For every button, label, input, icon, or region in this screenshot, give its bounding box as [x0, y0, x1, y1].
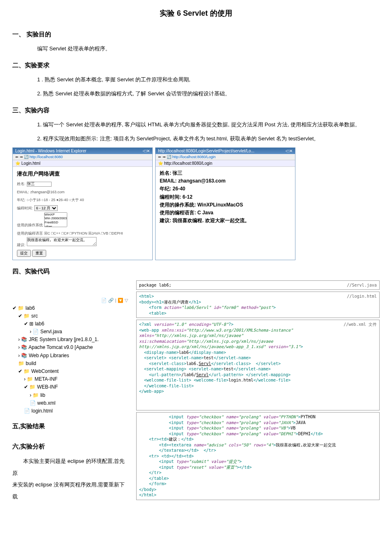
tree-build[interactable]: 📁 build	[12, 360, 128, 368]
form-heading: 潜在用户网络调查	[17, 169, 148, 178]
result-line: EMAIL: zhangsan@163.com	[160, 177, 291, 185]
paragraph: 2. 程序实现效用如图所示: 注意: 项目名为 ServletProject, …	[37, 133, 380, 144]
tree-web-xml[interactable]: 📄 web.xml	[12, 399, 128, 407]
section-heading: 四、实验代码	[12, 268, 380, 275]
tree-web-inf[interactable]: ✔ 📁 WEB-INF	[12, 383, 128, 391]
code-login-html-top: //login.html<html> <body><h1>潜在用户调查</h1>…	[136, 292, 380, 318]
tree-project[interactable]: ✔ 📁 lab6	[12, 304, 128, 312]
submit-button[interactable]: 提交	[17, 250, 31, 257]
browser-title: http://localhost:8080/LoginServletProjec…	[156, 148, 295, 154]
label: 年纪:	[17, 198, 26, 202]
lang-options[interactable]: ☒C □C++ □C# □PYTHON ☒JAVA □VB □DEPHI	[44, 231, 123, 235]
result-line: 编程时间: 6-12	[160, 193, 291, 201]
section-heading: 一、 实验目的	[12, 31, 380, 38]
browser-address: ⬅ ➡ 🔄 http://localhost:8080	[13, 154, 152, 160]
result-line: 使用的操作系统: WinXPLinuxMacOS	[160, 201, 291, 209]
tree-webapp-lib[interactable]: › 📚 Web App Libraries	[12, 352, 128, 360]
result-line: 使用的编程语言: C Java	[160, 209, 291, 217]
browser-title: Login.html - Windows Internet Explorer▫□…	[13, 148, 152, 154]
os-select[interactable]: WinXPWin 2000/2003FreeBSDother	[44, 212, 67, 227]
browser-address: ⬅ ➡ 🔄 http://localhost:8080/Login	[156, 154, 295, 160]
paragraph: 来安装的 eclipse 没有网页程序效用,需要重新下载	[12, 479, 128, 503]
tree-jre[interactable]: › 📚 JRE System Library [jre1.8.0_1.	[12, 336, 128, 344]
tree-webcontent[interactable]: ✔ 📁 WebContent	[12, 368, 128, 375]
tree-toolbar[interactable]: 📄 🔗 | 🔽 ▽	[12, 297, 128, 304]
paragraph: 1. 编写一个 Servlet 处理表单的程序, 客户端以 HTML 表单方式向…	[37, 119, 380, 130]
paragraph: 编写 Servlet 处理表单的程序。	[37, 43, 380, 54]
section-heading: 三、实验内容	[12, 107, 380, 114]
reset-button[interactable]: 重置	[32, 250, 46, 257]
section-heading: 六,实验分析	[12, 443, 128, 451]
label: 建议:	[17, 243, 26, 247]
label: EMAIL:	[17, 190, 29, 194]
result-line: 年纪: 26-40	[160, 185, 291, 193]
code-servl-java: package lab6;//Servl.java	[136, 280, 380, 290]
section-heading: 二、实验要求	[12, 62, 380, 69]
browser-left: Login.html - Windows Internet Explorer▫□…	[12, 147, 153, 260]
section-heading: 五,实验结果	[12, 422, 128, 430]
browser-right: http://localhost:8080/LoginServletProjec…	[155, 147, 295, 260]
advise-textarea[interactable]: 我很喜欢编程, 欢迎大家一起交流。	[27, 237, 97, 246]
result-line: 建议: 我很喜欢编程. 欢迎大家一起交流。	[160, 217, 291, 225]
code-login-html-bottom: <input type="checkbox" name="prolang" va…	[136, 412, 380, 500]
tree-tomcat[interactable]: › 📚 Apache Tomcat v9.0 [Apache	[12, 344, 128, 351]
age-options[interactable]: ○小于18 ○18 - 25 ●26-40 ○大于 40	[27, 198, 84, 202]
tree-java-file[interactable]: › 📄 Servl.java	[12, 328, 128, 336]
browser-tab: ⭐ Login.html	[13, 160, 152, 167]
result-line: 姓名: 张三	[160, 169, 291, 177]
paragraph: 1 . 熟悉 Servlet 的基本概念, 掌握 Servlet 的工作原理和生…	[37, 74, 380, 85]
label: 姓名:	[17, 182, 26, 186]
page-title: 实验 6 Servlet 的使用	[12, 8, 380, 18]
label: 使用的编程语言	[17, 231, 43, 235]
email-value: zhangsan@163.com	[31, 190, 65, 194]
label: 编程时间:	[17, 206, 33, 210]
tree-src[interactable]: ✔ 📁 src	[12, 312, 128, 320]
name-input[interactable]	[27, 182, 52, 187]
screenshot-row: Login.html - Windows Internet Explorer▫□…	[12, 147, 380, 260]
tree-login-html[interactable]: 📄 login.html	[12, 407, 128, 415]
paragraph: 本实验主要问题是 eclipse 的环境配置,首先原	[12, 455, 128, 479]
paragraph: 2. 熟悉 Servlet 处理表单数据的编程方式, 了解 Servlet 会话…	[37, 88, 380, 99]
tree-meta-inf[interactable]: › 📁 META-INF	[12, 375, 128, 383]
tree-lib[interactable]: › 📁 lib	[12, 391, 128, 399]
label: 使用的操作系统	[17, 223, 43, 227]
project-tree: 📄 🔗 | 🔽 ▽ ✔ 📁 lab6 ✔ 📁 src ✔ ⊞ lab6 › 📄 …	[12, 297, 128, 415]
code-web-xml: //web.xml 文件<?xml version="1.0" encoding…	[136, 320, 380, 410]
tree-package[interactable]: ✔ ⊞ lab6	[12, 320, 128, 328]
browser-tab: ⭐ http://localhost:8080/Login	[156, 160, 295, 167]
time-select[interactable]: 6 - 12 月	[34, 205, 58, 211]
